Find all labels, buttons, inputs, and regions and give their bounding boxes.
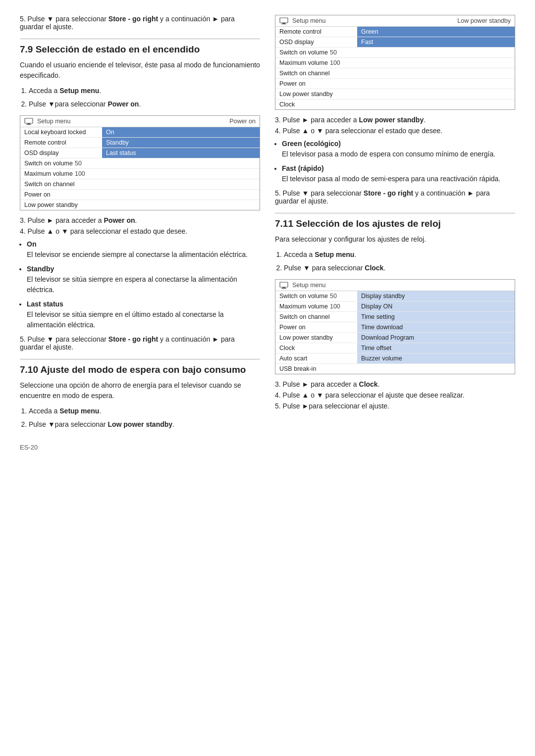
svg-rect-8 [281,288,286,289]
menu-rows-1: Local keyboard locked On Remote control … [20,127,260,210]
step-4-710: 4. Pulse ▲ o ▼ para seleccionar el estad… [275,127,515,135]
mr2-osd: OSD display Fast [275,37,515,47]
step-710-2: Pulse ▼para seleccionar Low power standb… [29,419,260,430]
svg-rect-4 [282,23,285,24]
svg-rect-2 [26,124,31,125]
section-79-desc: Cuando el usuario enciende el televisor,… [20,60,260,81]
menu-low-power: Setup menu Low power standby Remote cont… [275,15,515,110]
bullet-green: Green (ecológico) El televisor pasa a mo… [282,139,515,159]
step-3-711: 3. Pulse ► para acceder a Clock. [275,380,515,388]
menu-power-on: Setup menu Power on Local keyboard locke… [20,115,260,210]
section-710-steps: Acceda a Setup menu. Pulse ▼para selecci… [29,406,260,430]
divider-710 [20,359,260,359]
mr3-autoscart: Auto scart Buzzer volume [275,353,515,363]
menu-row-schan: Switch on channel [20,179,260,189]
section-711-steps: Acceda a Setup menu. Pulse ▼ para selecc… [284,250,515,273]
step-2: Pulse ▼para seleccionar Power on. [29,99,260,109]
bullets-79: On El televisor se enciende siempre al c… [27,239,260,330]
menu-header-1: Setup menu Power on [20,116,260,127]
bullet-fast: Fast (rápido) El televisor pasa al modo … [282,163,515,184]
menu-row-lps: Low power standby [20,200,260,210]
menu-title-1: Setup menu [37,118,70,125]
menu-clock: Setup menu Switch on volume 50 Display s… [275,279,515,374]
divider-79 [20,39,260,39]
mr2-powon: Power on [275,78,515,89]
mr2-remote: Remote control Green [275,27,515,37]
monitor-icon-2 [279,17,288,24]
menu-row-powon: Power on [20,189,260,200]
menu-header-2: Setup menu Low power standby [275,15,515,27]
svg-rect-3 [280,18,288,23]
step-5-711: 5. Pulse ►para seleccionar el ajuste. [275,402,515,410]
svg-rect-5 [281,24,286,24]
mr3-powon: Power on Time download [275,322,515,332]
step-711-2: Pulse ▼ para seleccionar Clock. [284,263,515,273]
section-79-title: 7.9 Selección de estado en el encendido [20,44,260,55]
mr3-schan: Switch on channel Time setting [275,311,515,322]
section-710-title: 7.10 Ajuste del modo de espera con bajo … [20,364,260,375]
monitor-icon [24,118,33,125]
svg-rect-7 [282,287,285,288]
step-711-1: Acceda a Setup menu. [284,250,515,260]
bullet-on: On El televisor se enciende siempre al c… [27,239,260,260]
menu-header-3: Setup menu [275,280,515,291]
intro-step-left: 5. Pulse ▼ para seleccionar Store - go r… [20,15,260,31]
step-5-79: 5. Pulse ▼ para seleccionar Store - go r… [20,335,260,351]
mr2-mvol: Maximum volume 100 [275,57,515,68]
page-number: ES-20 [20,444,515,451]
menu-value-1: Power on [229,118,256,125]
mr2-clock: Clock [275,99,515,109]
menu-row-local: Local keyboard locked On [20,127,260,137]
step-4-711: 4. Pulse ▲ o ▼ para seleccionar el ajust… [275,391,515,399]
svg-rect-1 [27,123,30,124]
step-3: 3. Pulse ► para acceder a Power on. [20,216,260,224]
menu-row-remote: Remote control Standby [20,137,260,148]
menu-title-3: Setup menu [292,282,325,289]
mr3-usb: USB break-in [275,363,515,374]
svg-rect-6 [280,282,288,287]
menu-row-mvol: Maximum volume 100 [20,168,260,179]
bullet-last: Last status El televisor se sitúa siempr… [27,299,260,330]
mr3-mvol: Maximum volume 100 Display ON [275,301,515,311]
page: 5. Pulse ▼ para seleccionar Store - go r… [20,15,515,451]
mr2-lps: Low power standby [275,89,515,99]
svg-rect-0 [25,118,33,123]
menu-row-svol: Switch on volume 50 [20,158,260,168]
menu-row-osd: OSD display Last status [20,148,260,158]
step-3-710: 3. Pulse ► para acceder a Low power stan… [275,116,515,124]
mr2-svol: Switch on volume 50 [275,47,515,57]
section-79-steps: Acceda a Setup menu. Pulse ▼para selecci… [29,86,260,109]
divider-711 [275,213,515,213]
mr3-clock: Clock Time offset [275,343,515,353]
step-4: 4. Pulse ▲ o ▼ para seleccionar el estad… [20,227,260,235]
monitor-icon-3 [279,282,288,289]
menu-rows-3: Switch on volume 50 Display standby Maxi… [275,291,515,374]
section-710-desc: Seleccione una opción de ahorro de energ… [20,380,260,401]
step-5-710: 5. Pulse ▼ para seleccionar Store - go r… [275,189,515,205]
mr3-svol: Switch on volume 50 Display standby [275,291,515,301]
step-1: Acceda a Setup menu. [29,86,260,96]
step-710-1: Acceda a Setup menu. [29,406,260,416]
bullet-standby: Standby El televisor se sitúa siempre en… [27,264,260,295]
menu-rows-2: Remote control Green OSD display Fast Sw… [275,27,515,109]
menu-value-2: Low power standby [457,17,511,24]
bullets-710: Green (ecológico) El televisor pasa a mo… [282,139,515,184]
mr2-schan: Switch on channel [275,68,515,78]
section-711-desc: Para seleccionar y configurar los ajuste… [275,234,515,245]
menu-title-2: Setup menu [292,17,325,24]
section-711-title: 7.11 Selección de los ajustes de reloj [275,218,515,229]
mr3-lps: Low power standby Download Program [275,332,515,343]
